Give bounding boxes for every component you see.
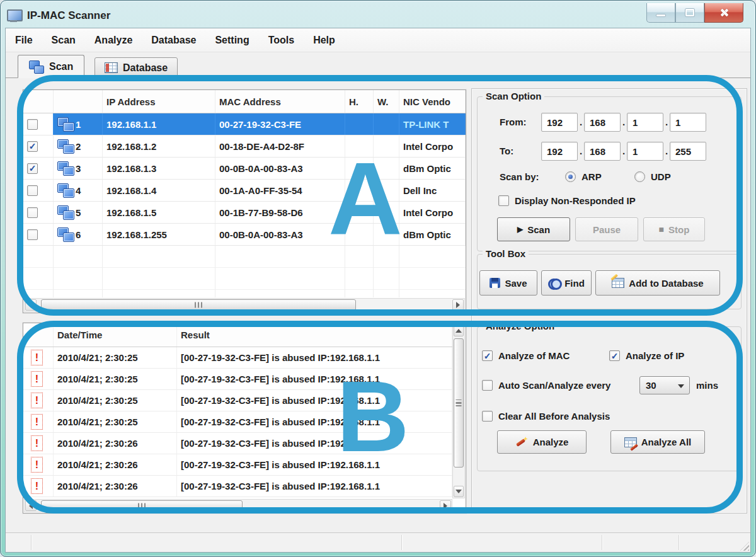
menu-scan[interactable]: Scan xyxy=(42,32,85,49)
from-octet-1[interactable]: 192 xyxy=(541,113,578,132)
resize-grip-icon[interactable] xyxy=(740,542,749,551)
scroll-right-arrow-icon[interactable] xyxy=(440,500,451,511)
table-row[interactable]: 6 192.168.1.255 00-0B-0A-00-83-A3 dBm Op… xyxy=(23,224,466,246)
to-octet-2[interactable]: 168 xyxy=(584,142,621,161)
log-row[interactable]: ! 2010/4/21; 2:30:25 [00-27-19-32-C3-FE]… xyxy=(23,411,452,433)
header-mac[interactable]: MAC Address xyxy=(215,90,345,113)
clear-all-checkbox[interactable] xyxy=(482,411,493,422)
status-divider xyxy=(679,535,679,550)
to-octet-1[interactable]: 192 xyxy=(541,142,578,161)
tab-strip: Scan Database xyxy=(6,52,750,78)
close-button[interactable] xyxy=(704,3,743,23)
log-result: [00-27-19-32-C3-FE] is abused IP:192.168… xyxy=(177,433,452,454)
analyze-mac-checkbox[interactable]: ✓ xyxy=(482,350,493,361)
table-row[interactable]: ✓ 3 192.168.1.3 00-0B-0A-00-83-A3 dBm Op… xyxy=(23,158,466,180)
display-non-responded-checkbox[interactable] xyxy=(498,195,509,206)
scroll-up-arrow-icon[interactable] xyxy=(454,325,464,336)
hostname-cell xyxy=(345,224,374,245)
row-checkbox[interactable]: ✓ xyxy=(27,163,38,174)
from-octet-2[interactable]: 168 xyxy=(584,113,621,132)
row-checkbox[interactable] xyxy=(27,185,38,196)
stop-button[interactable]: ■ Stop xyxy=(643,217,705,241)
scroll-right-arrow-icon[interactable] xyxy=(452,299,464,311)
udp-label[interactable]: UDP xyxy=(651,169,671,185)
display-non-responded-label[interactable]: Display Non-Responded IP xyxy=(515,193,636,209)
device-table-hscrollbar[interactable] xyxy=(24,298,465,312)
header-result[interactable]: Result xyxy=(177,323,452,347)
scan-button-label: Scan xyxy=(527,224,550,235)
table-row[interactable]: ✓ 2 192.168.1.2 00-18-DE-A4-D2-8F Intel … xyxy=(23,135,466,158)
log-row[interactable]: ! 2010/4/21; 2:30:26 [00-27-19-32-C3-FE]… xyxy=(23,433,452,454)
interval-dropdown[interactable]: 30 xyxy=(639,376,690,394)
from-octet-4[interactable]: 1 xyxy=(670,113,706,132)
minimize-button[interactable] xyxy=(646,3,675,23)
table-row[interactable]: 4 192.168.1.4 00-1A-A0-FF-35-54 Dell Inc xyxy=(23,180,466,202)
save-button[interactable]: Save xyxy=(479,270,537,296)
header-workgroup[interactable]: W. xyxy=(374,90,399,113)
find-button[interactable]: Find xyxy=(541,270,592,296)
udp-radio[interactable] xyxy=(634,171,645,182)
auto-scan-label[interactable]: Auto Scan/Analyze every xyxy=(498,376,610,395)
from-octet-3[interactable]: 1 xyxy=(627,113,663,132)
menu-analyze[interactable]: Analyze xyxy=(85,32,142,49)
title-bar[interactable]: IP-MAC Scanner xyxy=(6,4,750,28)
table-row[interactable]: 1 192.168.1.1 00-27-19-32-C3-FE TP-LINK … xyxy=(23,113,466,135)
ip-cell: 192.168.1.4 xyxy=(103,180,215,201)
hscroll-thumb[interactable] xyxy=(41,500,243,511)
log-row[interactable]: ! 2010/4/21; 2:30:25 [00-27-19-32-C3-FE]… xyxy=(23,390,452,411)
header-datetime[interactable]: Date/Time xyxy=(54,323,177,347)
arp-radio[interactable] xyxy=(565,171,576,182)
menu-setting[interactable]: Setting xyxy=(205,32,258,49)
add-to-database-button[interactable]: Add to Database xyxy=(595,270,720,296)
hscroll-thumb[interactable] xyxy=(41,299,356,311)
analyze-checkboxes-row: ✓ Analyze of MAC ✓ Analyze of IP xyxy=(472,348,747,364)
header-ip[interactable]: IP Address xyxy=(103,90,215,113)
to-row: To: 192 . 168 . 1 . 255 xyxy=(472,142,747,161)
menu-help[interactable]: Help xyxy=(304,32,345,49)
header-vendor[interactable]: NIC Vendo xyxy=(399,90,466,113)
warning-icon: ! xyxy=(31,435,43,451)
arp-label[interactable]: ARP xyxy=(581,169,602,185)
scroll-left-arrow-icon[interactable] xyxy=(25,500,37,511)
pause-button[interactable]: Pause xyxy=(575,217,638,241)
log-panel: Date/Time Result ! 2010/4/21; 2:30:25 [0… xyxy=(23,323,466,514)
hostname-cell xyxy=(345,180,374,201)
clear-all-label[interactable]: Clear All Before Analysis xyxy=(498,409,610,424)
row-checkbox[interactable] xyxy=(27,229,38,240)
warning-icon: ! xyxy=(31,371,43,387)
scan-button[interactable]: ▶ Scan xyxy=(497,217,570,241)
log-vscrollbar[interactable] xyxy=(452,324,465,498)
maximize-button[interactable] xyxy=(675,3,704,23)
to-octet-4[interactable]: 255 xyxy=(670,142,706,161)
table-row[interactable]: 5 192.168.1.5 00-1B-77-B9-58-D6 Intel Co… xyxy=(23,202,466,224)
pause-button-label: Pause xyxy=(593,224,621,235)
row-checkbox[interactable]: ✓ xyxy=(27,141,38,152)
analyze-ip-checkbox[interactable]: ✓ xyxy=(609,350,620,361)
warning-icon: ! xyxy=(31,414,43,430)
scroll-left-arrow-icon[interactable] xyxy=(25,299,37,311)
tab-database[interactable]: Database xyxy=(94,57,178,78)
log-row[interactable]: ! 2010/4/21; 2:30:26 [00-27-19-32-C3-FE]… xyxy=(23,454,452,476)
header-hostname[interactable]: H. xyxy=(345,90,374,113)
vscroll-thumb[interactable] xyxy=(454,338,464,468)
tab-scan[interactable]: Scan xyxy=(18,55,84,78)
menu-database[interactable]: Database xyxy=(142,32,205,49)
row-checkbox[interactable] xyxy=(27,207,38,218)
scroll-down-arrow-icon[interactable] xyxy=(454,486,464,497)
to-octet-3[interactable]: 1 xyxy=(627,142,663,161)
menu-file[interactable]: File xyxy=(6,32,42,49)
analyze-mac-label[interactable]: Analyze of MAC xyxy=(498,348,570,364)
analyze-all-button[interactable]: Analyze All xyxy=(610,430,705,454)
analyze-button[interactable]: Analyze xyxy=(497,430,587,454)
log-hscrollbar[interactable] xyxy=(24,499,452,512)
down-triangle-icon xyxy=(455,490,462,493)
log-row[interactable]: ! 2010/4/21; 2:30:26 [00-27-19-32-C3-FE]… xyxy=(23,476,452,497)
auto-scan-checkbox[interactable] xyxy=(482,380,493,391)
log-row[interactable]: ! 2010/4/21; 2:30:25 [00-27-19-32-C3-FE]… xyxy=(23,369,452,390)
warning-icon: ! xyxy=(31,350,43,365)
row-checkbox[interactable] xyxy=(27,119,38,130)
grip-icon xyxy=(456,399,462,407)
analyze-ip-label[interactable]: Analyze of IP xyxy=(626,348,684,364)
menu-tools[interactable]: Tools xyxy=(259,32,304,49)
log-row[interactable]: ! 2010/4/21; 2:30:25 [00-27-19-32-C3-FE]… xyxy=(23,347,452,369)
